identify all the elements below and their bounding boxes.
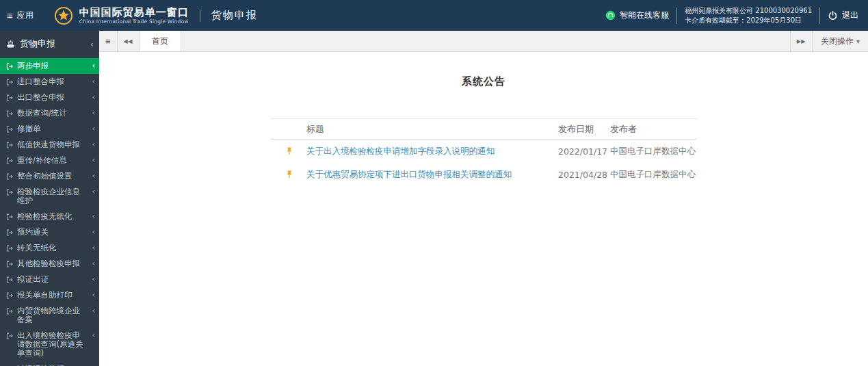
- notice-row: 关于优惠贸易协定项下进出口货物申报相关调整的通知 2021/04/28 中国电子…: [271, 163, 696, 186]
- header-bar: ≡ 应用 中国国际贸易单一窗口 China International Trad…: [0, 0, 868, 31]
- column-header-date: 发布日期: [558, 123, 610, 135]
- sign-out-icon: [5, 157, 14, 165]
- emblem-logo-icon: [54, 6, 73, 25]
- customer-service-icon: [605, 10, 616, 21]
- sign-out-icon: [5, 62, 14, 70]
- page-title: 系统公告: [99, 75, 868, 88]
- card-expiry: 卡介质有效期截至：2029年05月30日: [685, 16, 812, 25]
- notice-link[interactable]: 关于出入境检验检疫申请增加字段录入说明的通知: [306, 146, 558, 157]
- sidebar-item-draft-certificate-issuance[interactable]: 拟证出证 ‹: [0, 272, 99, 287]
- page-content: 系统公告 标题 发布日期 发布者 关于出入境检验检疫申请增加字段录入说明的通知 …: [99, 52, 868, 366]
- sign-out-icon: [5, 94, 14, 102]
- logout-button[interactable]: 退出: [828, 10, 858, 21]
- company-name: 福州宛鼎报关有限公司 2100030020961: [685, 6, 812, 16]
- sidebar-item-ciq-enterprise-info-maintenance[interactable]: 检验检疫企业信息维护 ‹: [0, 184, 99, 209]
- sidebar-item-modify-cancel-declaration[interactable]: 修撤单 ‹: [0, 121, 99, 137]
- sign-out-icon: [5, 260, 14, 268]
- header-right: 智能在线客服 福州宛鼎报关有限公司 2100030020961 卡介质有效期截至…: [605, 6, 858, 25]
- module-title: 货物申报: [211, 9, 258, 22]
- sign-out-icon: [5, 188, 14, 196]
- pushpin-icon: [285, 146, 294, 156]
- sidebar-item-two-step-declaration[interactable]: 两步申报 ‹: [0, 58, 99, 74]
- sidebar-item-other-ciq-declaration[interactable]: 其他检验检疫申报 ‹: [0, 256, 99, 272]
- sign-out-icon: [5, 213, 14, 221]
- brand-subtitle: China International Trade Single Window: [79, 18, 189, 25]
- notice-link[interactable]: 关于优惠贸易协定项下进出口货物申报相关调整的通知: [306, 169, 558, 181]
- sign-out-icon: [5, 109, 14, 118]
- chevron-icon: ‹: [90, 156, 95, 165]
- sidebar-item-label: 修撤单: [17, 125, 87, 133]
- divider: [819, 8, 820, 24]
- scroll-tabs-right-button[interactable]: ▶▶: [790, 31, 812, 51]
- sidebar-item-transit-transport-supervision[interactable]: 过境运输监管 ‹: [0, 361, 99, 366]
- sidebar-module-title: 货物申报: [20, 38, 55, 50]
- notice-table-header: 标题 发布日期 发布者: [271, 119, 696, 140]
- apps-menu-label: 应用: [17, 10, 34, 21]
- divider: [676, 8, 677, 24]
- sidebar-item-transit-paperless[interactable]: 转关无纸化 ‹: [0, 240, 99, 256]
- sidebar-item-label: 两步申报: [17, 62, 87, 70]
- chevron-icon: ‹: [90, 77, 95, 86]
- chevron-icon: ‹: [90, 291, 95, 300]
- chevron-icon: ‹: [90, 109, 95, 118]
- double-left-arrow-icon: ◀◀: [124, 38, 133, 44]
- sign-out-icon: [5, 332, 14, 340]
- chevron-icon: ‹: [90, 39, 94, 49]
- notice-date: 2022/01/17: [558, 146, 610, 157]
- body-row: 货物申报 ‹ 两步申报 ‹ 进口整合申报 ‹ 出口整合申报 ‹: [0, 31, 868, 366]
- tab-list-button[interactable]: ≡: [99, 31, 118, 51]
- tab-list-icon: ≡: [105, 37, 111, 46]
- chevron-icon: ‹: [90, 244, 95, 252]
- sidebar-module-header[interactable]: 货物申报 ‹: [0, 31, 99, 55]
- hamburger-icon: ≡: [7, 10, 13, 21]
- sidebar-item-retransmit-supplement-info[interactable]: 重传/补传信息 ‹: [0, 153, 99, 168]
- chevron-icon: ‹: [90, 228, 95, 237]
- sidebar-menu: 两步申报 ‹ 进口整合申报 ‹ 出口整合申报 ‹ 数据查询/统计 ‹: [0, 58, 99, 366]
- ship-icon: [5, 39, 16, 49]
- sidebar-item-import-integrated-declaration[interactable]: 进口整合申报 ‹: [0, 74, 99, 90]
- online-service-button[interactable]: 智能在线客服: [605, 10, 669, 21]
- scroll-tabs-left-button[interactable]: ◀◀: [118, 31, 140, 51]
- notice-date: 2021/04/28: [558, 170, 610, 180]
- sidebar-item-label: 报关单自助打印: [17, 291, 87, 300]
- sidebar-item-export-integrated-declaration[interactable]: 出口整合申报 ‹: [0, 90, 99, 105]
- sidebar-item-label: 转关无纸化: [17, 244, 87, 252]
- chevron-icon: ‹: [90, 140, 95, 149]
- sidebar-item-ciq-paperless[interactable]: 检验检疫无纸化 ‹: [0, 209, 99, 224]
- close-operations-label: 关闭操作: [821, 36, 854, 47]
- column-header-title: 标题: [306, 123, 558, 135]
- notice-row: 关于出入境检验检疫申请增加字段录入说明的通知 2022/01/17 中国电子口岸…: [271, 140, 696, 163]
- sidebar-item-data-query-statistics[interactable]: 数据查询/统计 ‹: [0, 105, 99, 121]
- sidebar-item-integration-initial-settings[interactable]: 整合初始值设置 ‹: [0, 168, 99, 184]
- tab-home[interactable]: 首页: [140, 31, 181, 51]
- sign-out-icon: [5, 228, 14, 237]
- sign-out-icon: [5, 307, 14, 315]
- sidebar-item-label: 出入境检验检疫申请数据查询(原通关单查询): [17, 331, 87, 358]
- chevron-icon: ‹: [90, 306, 95, 315]
- sign-out-icon: [5, 291, 14, 300]
- sidebar-item-label: 内贸货物跨境企业备案: [17, 306, 87, 324]
- sidebar-item-low-value-express-cargo[interactable]: 低值快速货物申报 ‹: [0, 137, 99, 153]
- chevron-icon: ‹: [90, 125, 95, 133]
- sign-out-icon: [5, 276, 14, 284]
- sidebar-item-label: 低值快速货物申报: [17, 140, 87, 149]
- sidebar-item-label: 检验检疫企业信息维护: [17, 187, 87, 205]
- sidebar-item-label: 检验检疫无纸化: [17, 212, 87, 221]
- double-right-arrow-icon: ▶▶: [797, 38, 806, 44]
- chevron-icon: ‹: [90, 212, 95, 221]
- sidebar-item-appointment-clearance[interactable]: 预约通关 ‹: [0, 224, 99, 240]
- chevron-icon: ‹: [90, 187, 95, 196]
- chevron-icon: ‹: [90, 62, 95, 70]
- apps-menu-button[interactable]: ≡ 应用: [7, 10, 34, 21]
- tab-home-label: 首页: [152, 36, 168, 47]
- sidebar-item-customs-declaration-self-print[interactable]: 报关单自助打印 ‹: [0, 287, 99, 303]
- notice-publisher: 中国电子口岸数据中心: [610, 169, 696, 181]
- divider: [200, 10, 200, 22]
- pin-cell: [271, 170, 306, 179]
- close-operations-dropdown[interactable]: 关闭操作 ▾: [812, 31, 868, 51]
- chevron-icon: ‹: [90, 93, 95, 102]
- sidebar-item-label: 整合初始值设置: [17, 172, 87, 181]
- brand-text: 中国国际贸易单一窗口 China International Trade Sin…: [79, 7, 189, 25]
- sidebar-item-ciq-application-data-query[interactable]: 出入境检验检疫申请数据查询(原通关单查询) ‹: [0, 328, 99, 361]
- sidebar-item-domestic-trade-cross-border-filing[interactable]: 内贸货物跨境企业备案 ‹: [0, 303, 99, 328]
